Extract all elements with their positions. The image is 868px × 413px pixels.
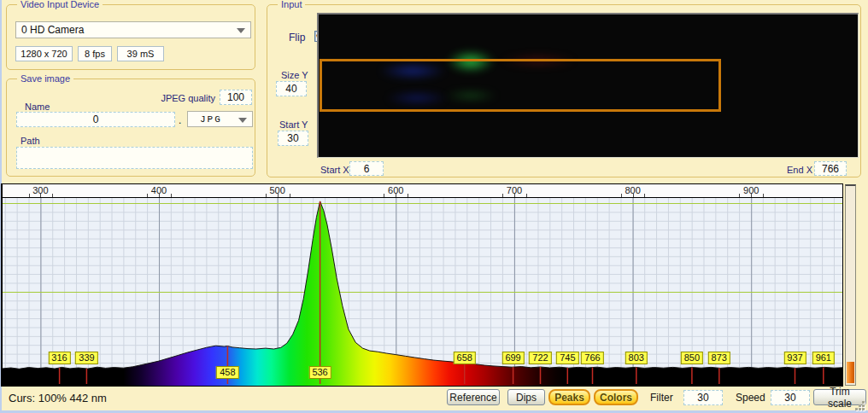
camera-preview[interactable] [317, 13, 859, 158]
save-image-group-title: Save image [17, 73, 73, 84]
colors-button[interactable]: Colors [594, 389, 638, 405]
x-tick-mark [396, 194, 396, 197]
x-tick-mark [633, 194, 634, 197]
x-tick-mark [739, 194, 740, 197]
dips-button[interactable]: Dips [507, 389, 545, 405]
x-tick-mark [763, 194, 764, 197]
cursor-readout: Curs: 100% 442 nm [9, 392, 107, 404]
x-tick-mark [644, 194, 645, 197]
input-group-title: Input [278, 0, 305, 10]
peak-wavelength-label: 339 [75, 352, 97, 364]
dips-button-label: Dips [516, 392, 537, 404]
resize-grip-icon[interactable] [855, 401, 865, 411]
x-tick-mark [159, 194, 160, 197]
latency-box[interactable]: 39 mS [117, 46, 164, 61]
x-tick-mark [40, 194, 41, 197]
size-y-value: 40 [285, 83, 296, 95]
start-x-label: Start X [320, 165, 349, 176]
slider-thumb[interactable] [847, 362, 854, 383]
video-device-select[interactable]: 0 HD Camera [15, 21, 251, 38]
x-tick-mark [290, 194, 290, 197]
start-x-value: 6 [364, 163, 370, 175]
x-tick-mark [514, 194, 515, 197]
path-field[interactable] [16, 147, 253, 169]
peak-wavelength-label: 961 [812, 352, 835, 364]
peak-wavelength-label: 803 [625, 352, 648, 364]
x-tick-mark [526, 194, 527, 197]
spectrometer-window: { "video_input": { "title": "Video Input… [0, 0, 868, 413]
speed-field[interactable]: 30 [771, 390, 810, 405]
peak-wavelength-label: 458 [216, 366, 238, 379]
start-y-field[interactable]: 30 [278, 131, 308, 146]
peak-wavelength-label: 536 [308, 366, 331, 379]
end-x-field[interactable]: 766 [814, 161, 847, 176]
start-y-label: Start Y [279, 119, 308, 131]
x-tick-mark [266, 194, 267, 197]
x-tick-mark [29, 194, 30, 197]
input-group: Input Flip ✔ Size Y 40 Start Y 30 Start … [267, 4, 861, 177]
x-tick-mark [147, 194, 148, 197]
size-y-field[interactable]: 40 [276, 81, 307, 96]
end-x-label: End X [787, 165, 812, 176]
x-tick-mark [502, 194, 503, 197]
plot-area[interactable]: 3163396586997227457668038508739379614585… [3, 198, 842, 386]
name-field[interactable]: 0 [16, 112, 175, 127]
video-input-group: Video Input Device 0 HD Camera 1280 x 72… [6, 4, 255, 70]
jpeg-quality-label: JPEG quality [144, 93, 215, 104]
format-select[interactable]: JPG [187, 111, 253, 127]
speed-label: Speed [736, 392, 765, 404]
chevron-down-icon [238, 118, 247, 123]
x-tick-mark [751, 194, 752, 197]
filter-value: 30 [697, 392, 708, 404]
colors-button-label: Colors [600, 392, 632, 404]
capture-region-rect[interactable] [320, 59, 721, 112]
reference-button-label: Reference [449, 392, 496, 404]
x-tick-mark [384, 194, 384, 197]
vertical-scale-slider[interactable] [845, 184, 856, 386]
peak-wavelength-label: 873 [708, 352, 730, 364]
filter-label: Filter [650, 392, 673, 404]
save-image-group: Save image JPEG quality 100 Name 0 . JPG… [6, 79, 255, 177]
extension-dot: . [179, 115, 181, 126]
fps-box[interactable]: 8 fps [78, 46, 112, 61]
peak-wavelength-label: 766 [581, 352, 603, 364]
size-y-label: Size Y [281, 70, 308, 81]
peak-wavelength-label: 658 [454, 352, 476, 364]
format-value: JPG [200, 114, 222, 125]
peaks-button[interactable]: Peaks [548, 389, 590, 405]
peaks-button-label: Peaks [554, 392, 584, 404]
peak-wavelength-label: 937 [783, 352, 806, 364]
x-tick-mark [408, 194, 408, 197]
trim-scale-button-label: Trim scale [819, 386, 860, 410]
x-axis: 300400500600700800900 [3, 184, 842, 198]
reference-button[interactable]: Reference [447, 389, 500, 405]
filter-field[interactable]: 30 [683, 390, 723, 405]
start-x-field[interactable]: 6 [349, 161, 384, 176]
peak-wavelength-label: 316 [48, 352, 70, 364]
peak-wavelength-label: 745 [556, 352, 578, 364]
resolution-value: 1280 x 720 [21, 49, 67, 59]
x-tick-mark [278, 194, 279, 197]
chevron-down-icon [237, 28, 245, 33]
name-value: 0 [93, 113, 99, 125]
x-tick-mark [171, 194, 172, 197]
path-label: Path [21, 136, 40, 147]
jpeg-quality-value: 100 [227, 91, 244, 103]
resolution-box[interactable]: 1280 x 720 [15, 46, 73, 61]
flip-label: Flip [289, 32, 305, 44]
start-y-value: 30 [287, 132, 298, 144]
video-input-group-title: Video Input Device [17, 0, 103, 10]
fps-value: 8 fps [85, 49, 105, 59]
end-x-value: 766 [822, 163, 839, 175]
spectrum-chart[interactable]: 300400500600700800900 316339658699722745… [1, 183, 843, 387]
peak-wavelength-label: 850 [681, 352, 703, 364]
peak-wavelength-label: 722 [529, 352, 551, 364]
x-tick-mark [621, 194, 622, 197]
latency-value: 39 mS [127, 49, 155, 59]
peak-wavelength-label: 699 [501, 352, 524, 364]
x-tick-mark [52, 194, 53, 197]
speed-value: 30 [784, 392, 795, 404]
video-device-value: 0 HD Camera [21, 24, 84, 36]
jpeg-quality-field[interactable]: 100 [220, 90, 252, 105]
